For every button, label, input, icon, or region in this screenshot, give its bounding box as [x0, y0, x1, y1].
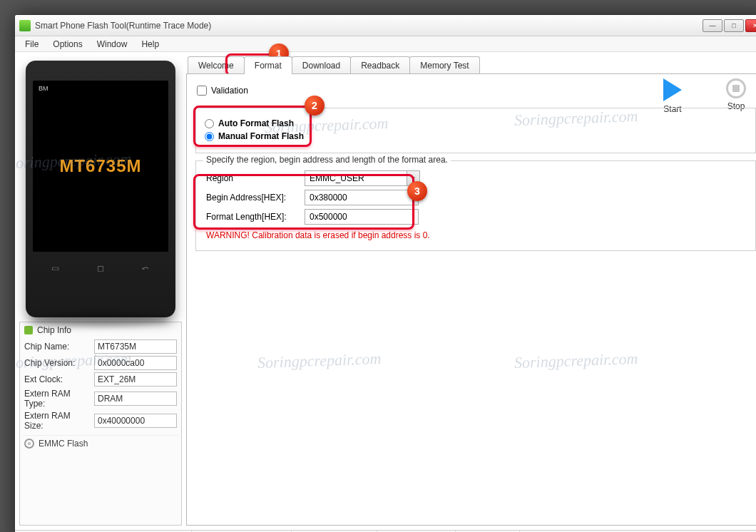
- tab-welcome[interactable]: Welcome: [188, 56, 245, 74]
- menu-options[interactable]: Options: [47, 38, 88, 51]
- ext-clock-value: EXT_26M: [94, 372, 177, 387]
- phone-screen: BM MT6735M: [33, 81, 168, 252]
- menu-window[interactable]: Window: [91, 38, 133, 51]
- phone-menu-icon: ▭: [41, 262, 70, 275]
- chip-name-label: Chip Name:: [24, 342, 91, 352]
- manual-format-label: Manual Format Flash: [218, 131, 304, 141]
- warning-text: WARNING! Calibration data is erased if b…: [206, 230, 745, 240]
- app-icon: [19, 20, 31, 31]
- begin-address-input[interactable]: [305, 190, 419, 205]
- auto-format-label: Auto Format Flash: [218, 118, 294, 128]
- emmc-flash-label: EMMC Flash: [39, 439, 88, 449]
- titlebar: Smart Phone Flash Tool(Runtime Trace Mod…: [15, 15, 756, 36]
- menu-file[interactable]: File: [19, 38, 44, 51]
- begin-address-label: Begin Address[HEX]:: [206, 193, 300, 203]
- chip-version-label: Chip Version:: [24, 358, 91, 368]
- ram-type-value: DRAM: [94, 392, 177, 406]
- chevron-down-icon: [407, 171, 419, 185]
- chip-info-panel: Chip Info Chip Name: MT6735M Chip Versio…: [19, 322, 182, 526]
- spec-title: Specify the region, begin address and le…: [203, 155, 451, 165]
- phone-graphic: BM MT6735M ▭ ◻ ⤺: [26, 61, 175, 317]
- close-button[interactable]: ✕: [745, 19, 756, 32]
- spec-group: Specify the region, begin address and le…: [195, 160, 756, 251]
- phone-chip-label: MT6735M: [59, 156, 141, 176]
- tab-strip: Welcome Format Download Readback Memory …: [186, 56, 756, 74]
- validation-label: Validation: [211, 86, 248, 96]
- minimize-button[interactable]: —: [703, 19, 722, 32]
- chip-name-value: MT6735M: [94, 339, 177, 354]
- tab-download[interactable]: Download: [292, 56, 351, 74]
- ext-clock-label: Ext Clock:: [24, 374, 91, 384]
- tab-format[interactable]: Format: [244, 56, 292, 74]
- phone-brand: BM: [39, 85, 48, 92]
- tab-memory-test[interactable]: Memory Test: [409, 56, 479, 74]
- validation-checkbox[interactable]: Validation: [197, 86, 248, 96]
- menubar: File Options Window Help: [15, 36, 756, 52]
- region-select[interactable]: EMMC_USER: [305, 170, 420, 186]
- auto-format-radio[interactable]: [205, 119, 214, 128]
- phone-back-icon: ⤺: [131, 262, 160, 275]
- validation-checkbox-input[interactable]: [197, 86, 207, 96]
- format-length-input[interactable]: [305, 209, 419, 225]
- right-panel: Welcome Format Download Readback Memory …: [186, 56, 756, 526]
- phone-home-icon: ◻: [86, 262, 115, 275]
- ram-size-label: Extern RAM Size:: [24, 411, 91, 431]
- manual-format-radio[interactable]: [205, 132, 214, 141]
- menu-help[interactable]: Help: [136, 38, 165, 51]
- format-mode-group: Auto Format Flash Manual Format Flash 2: [195, 108, 756, 153]
- chip-version-value: 0x0000ca00: [94, 356, 177, 370]
- left-panel: BM MT6735M ▭ ◻ ⤺ Chip Info Chip Name: MT…: [19, 56, 182, 526]
- tab-readback[interactable]: Readback: [350, 56, 410, 74]
- maximize-button[interactable]: □: [724, 19, 744, 32]
- chip-icon: [24, 326, 33, 334]
- window-title: Smart Phone Flash Tool(Runtime Trace Mod…: [35, 21, 698, 31]
- play-icon: [663, 78, 682, 101]
- callout-badge-2: 2: [305, 96, 325, 116]
- ram-type-label: Extern RAM Type:: [24, 389, 91, 409]
- region-label: Region: [206, 173, 300, 183]
- format-tab-content: Start Stop Validation: [186, 73, 756, 526]
- chip-info-title: Chip Info: [37, 325, 71, 335]
- app-window: Smart Phone Flash Tool(Runtime Trace Mod…: [14, 14, 756, 532]
- region-value: EMMC_USER: [305, 173, 407, 183]
- ram-size-value: 0x40000000: [94, 414, 177, 428]
- format-length-label: Format Length[HEX]:: [206, 212, 300, 222]
- gear-icon: [24, 439, 34, 449]
- stop-icon: [726, 78, 746, 98]
